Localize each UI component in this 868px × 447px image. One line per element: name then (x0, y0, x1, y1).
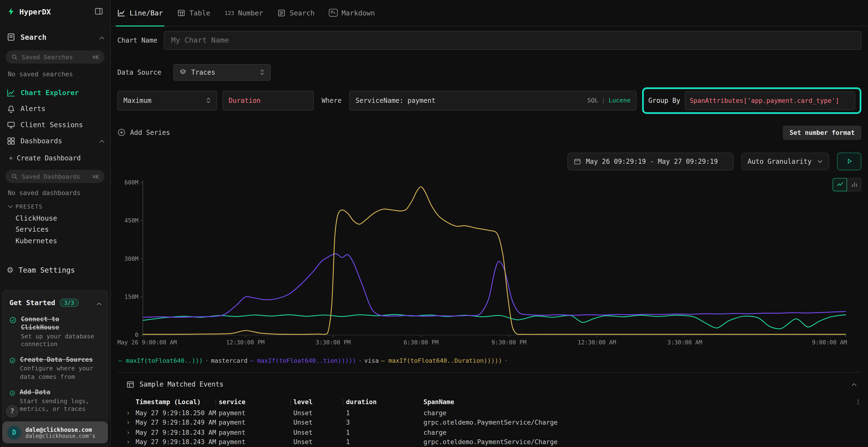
get-started-item[interactable]: Add Data Start sending logs, metrics, or… (9, 388, 101, 414)
search-section-header[interactable]: Search (0, 33, 110, 41)
set-number-format-button[interactable]: Set number format (783, 125, 861, 140)
legend-separator: · (205, 357, 209, 364)
line-chart-toggle-button[interactable] (833, 178, 847, 191)
sidebar-item-label: Dashboards (21, 137, 62, 145)
group-by-input[interactable] (685, 91, 855, 110)
chart-area: 0150M300M450M600MMay 26 9:00:00 AM12:30:… (117, 176, 862, 364)
search-section-icon (7, 33, 16, 41)
column-header-timestamp[interactable]: Timestamp (Local) (135, 398, 218, 406)
get-started-item[interactable]: Create Data Sources Configure where your… (9, 356, 101, 381)
get-started-item[interactable]: Connect to ClickHouse Set up your databa… (9, 315, 101, 349)
legend-entry[interactable]: — maxIf(toFloat640..))) (118, 357, 203, 364)
run-query-button[interactable] (837, 152, 861, 170)
line-chart-icon (7, 88, 16, 97)
tab-number[interactable]: 123 Number (225, 0, 263, 26)
sql-toggle[interactable]: SQL (587, 97, 598, 104)
data-source-select[interactable]: Traces (174, 64, 271, 80)
tab-search[interactable]: Search (278, 0, 315, 26)
column-header-duration[interactable]: ⋮duration (346, 398, 424, 406)
tab-line-bar[interactable]: Line/Bar (117, 0, 163, 26)
legend-entry[interactable]: — maxIf(toFloat640..tion))))) (250, 357, 356, 364)
brand-row: HyperDX (0, 0, 110, 16)
row-expand-chevron[interactable]: › (126, 438, 135, 446)
get-started-item-title: Create Data Sources (20, 356, 101, 364)
preset-item-clickhouse[interactable]: ClickHouse (0, 212, 110, 224)
sidebar-item-label: Client Sessions (21, 121, 83, 129)
chevron-up-icon[interactable] (100, 137, 104, 145)
line-chart-icon (117, 9, 126, 17)
legend-series-name[interactable]: mastercard (211, 357, 248, 364)
sidebar-item-dashboards[interactable]: Dashboards (0, 133, 110, 149)
column-header-level[interactable]: ⋮level (293, 398, 346, 406)
column-separator: ⋮ (852, 398, 862, 406)
sidebar-item-team-settings[interactable]: ⚙ Team Settings (0, 262, 110, 278)
row-expand-chevron[interactable]: › (126, 409, 135, 417)
aggregation-select[interactable]: Maximum (117, 90, 217, 110)
saved-dashboards-placeholder: Saved Dashboards (22, 173, 80, 180)
markdown-icon: M↓ (329, 9, 338, 16)
chevron-up-icon[interactable] (852, 381, 859, 388)
row-expand-chevron[interactable]: › (126, 428, 135, 436)
list-icon (278, 9, 286, 17)
legend-entry[interactable]: — maxIf(toFloat640..Duration))))) (381, 357, 502, 364)
layers-icon (180, 69, 187, 76)
lucene-toggle[interactable]: Lucene (609, 97, 630, 104)
table-row[interactable]: › May 27 9:29:18.250 AMpaymentUnset1char… (117, 408, 862, 418)
row-expand-chevron[interactable]: › (126, 419, 135, 426)
create-dashboard-button[interactable]: + Create Dashboard (0, 152, 110, 164)
legend-series-name[interactable]: visa (364, 357, 379, 364)
column-header-service[interactable]: ⋮service (219, 398, 293, 406)
field-input[interactable] (222, 90, 314, 110)
add-series-button[interactable]: Add Series (117, 128, 170, 137)
bell-icon (7, 104, 16, 113)
tab-label: Line/Bar (129, 9, 163, 17)
chart-explorer-content: Chart Name Data Source Traces Maximum (111, 26, 868, 447)
sidebar-item-label: Alerts (21, 105, 45, 113)
chart-legend: — maxIf(toFloat640..)))·mastercard— maxI… (117, 357, 862, 364)
svg-text:6:30:00 PM: 6:30:00 PM (404, 339, 439, 346)
get-started-item-title: Connect to ClickHouse (21, 315, 100, 332)
sidebar-item-client-sessions[interactable]: Client Sessions (0, 116, 110, 133)
table-row[interactable]: › May 27 9:29:18.249 AMpaymentUnset3grpc… (117, 418, 862, 427)
tab-markdown[interactable]: M↓ Markdown (329, 0, 375, 26)
granularity-select[interactable]: Auto Granularity (741, 152, 829, 170)
table-row[interactable]: › May 27 9:29:18.243 AMpaymentUnset1char… (117, 427, 862, 437)
date-range-input[interactable]: May 26 09:29:19 - May 27 09:29:19 (567, 152, 734, 170)
events-header-row: Timestamp (Local) ⋮service ⋮level ⋮durat… (117, 398, 862, 407)
aggregation-value: Maximum (123, 97, 151, 104)
main-panel: Line/Bar Table 123 Number Search M↓ Mark… (111, 0, 868, 447)
sample-matched-events-section: Sample Matched Events Timestamp (Local) … (117, 372, 862, 447)
presets-header[interactable]: PRESETS (9, 204, 110, 209)
table-row[interactable]: › May 27 9:29:18.243 AMpaymentUnset1grpc… (117, 437, 862, 447)
chevron-up-icon[interactable] (97, 298, 101, 308)
plus-circle-icon (117, 128, 126, 137)
sidebar-item-chart-explorer[interactable]: Chart Explorer (0, 84, 110, 101)
saved-searches-placeholder: Saved Searches (22, 54, 73, 61)
chart-type-toggle (833, 178, 861, 191)
number-icon: 123 (225, 10, 234, 16)
sidebar-item-label: Chart Explorer (21, 89, 79, 97)
saved-dashboards-input[interactable]: Saved Dashboards ⌘K (5, 170, 105, 183)
hyperdx-logo-icon[interactable] (7, 7, 16, 16)
where-input[interactable] (355, 97, 583, 104)
preset-item-kubernetes[interactable]: Kubernetes (0, 235, 110, 246)
tab-table[interactable]: Table (177, 0, 210, 26)
plus-icon: + (9, 154, 13, 162)
get-started-item-subtitle: Start sending logs, metrics, or traces (20, 398, 100, 414)
column-header-spanname[interactable]: ⋮SpanName (424, 398, 852, 406)
preset-item-services[interactable]: Services (0, 224, 110, 235)
search-icon (11, 173, 18, 180)
avatar: D (7, 425, 21, 439)
chart-name-input[interactable] (164, 31, 861, 49)
user-menu[interactable]: D dale@clickhouse.com dale@clickhouse.co… (2, 421, 108, 443)
line-chart-icon (836, 181, 843, 188)
saved-searches-input[interactable]: Saved Searches ⌘K (5, 50, 105, 64)
sidebar-item-alerts[interactable]: Alerts (0, 101, 110, 117)
sidebar-collapse-icon[interactable] (94, 7, 103, 16)
get-started-item-subtitle: Set up your database connection (21, 333, 100, 349)
bar-chart-toggle-button[interactable] (847, 178, 862, 191)
where-input-container[interactable]: SQL | Lucene (349, 90, 637, 110)
help-button[interactable]: ? (5, 405, 19, 418)
chevron-up-icon[interactable] (100, 33, 104, 41)
brand-name[interactable]: HyperDX (19, 7, 51, 16)
